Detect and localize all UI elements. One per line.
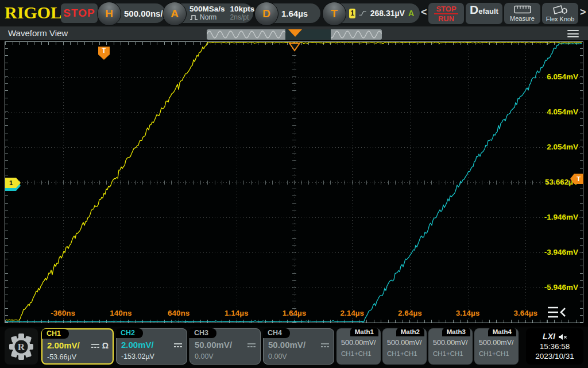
- delay-group[interactable]: D 1.64µs: [255, 3, 320, 23]
- ruler-icon: [514, 5, 531, 14]
- t-axis-label: 1.14µs: [211, 309, 262, 317]
- math4-scale: 500.00mV/: [479, 339, 513, 347]
- dc-coupling-icon: [247, 342, 256, 348]
- v-axis-label: -3.946mV: [544, 248, 578, 257]
- channel-box-ch2[interactable]: CH2 2.00mV/ -153.02µV: [116, 328, 187, 365]
- horizontal-scale-value: 500.00ns/: [124, 9, 163, 18]
- waveform-view-header: Waveform View: [0, 26, 588, 40]
- lxi-logo: LXI: [543, 332, 555, 342]
- horizontal-knob-button[interactable]: H: [97, 2, 121, 26]
- system-info-box[interactable]: LXI 15:36:58 2023/10/31: [526, 328, 583, 365]
- measure-button[interactable]: Measure: [504, 3, 540, 24]
- math1-tab[interactable]: Math1: [350, 328, 378, 336]
- v-axis-label: 6.054mV: [547, 72, 578, 82]
- quick-toolbar: STOP RUN Default Measure Flex Knob: [428, 3, 578, 24]
- acquisition-group[interactable]: A 500MSa/s Norm 10kpts 2ns/pt: [163, 3, 253, 23]
- t-axis-label: 640ns: [153, 309, 204, 317]
- dc-coupling-icon: [320, 342, 330, 348]
- math1-expression: CH1+CH1: [341, 350, 372, 357]
- t-axis-label: 1.64µs: [269, 309, 320, 317]
- math3-scale: 500.00mV/: [433, 339, 467, 347]
- delay-knob-button[interactable]: D: [254, 2, 278, 26]
- stop-run-button[interactable]: STOP RUN: [428, 3, 464, 24]
- ch4-scale: 50.00mV/: [268, 340, 305, 350]
- t-axis-label: -360ns: [37, 309, 89, 317]
- flex-knob-button[interactable]: Flex Knob: [542, 3, 578, 24]
- math-box-math1[interactable]: Math1 500.00mV/ CH1+CH1: [336, 328, 381, 365]
- v-axis-label: -1.946mV: [544, 213, 578, 222]
- sample-rate: 500MSa/s: [189, 5, 225, 13]
- ch3-tab[interactable]: CH3: [189, 328, 216, 338]
- ch2-offset: -153.02µV: [121, 352, 154, 361]
- ch1-tab[interactable]: CH1: [42, 329, 69, 339]
- ch1-scale: 2.00mV/: [47, 340, 80, 350]
- gear-logo-icon: R: [8, 332, 34, 361]
- waveform-navigation-strip[interactable]: [207, 29, 382, 40]
- rigol-logo: RIGOL: [5, 3, 62, 22]
- trigger-position-marker[interactable]: [288, 43, 301, 52]
- system-settings-button[interactable]: R: [5, 328, 38, 365]
- rising-edge-icon: [359, 9, 366, 18]
- top-status-bar: RIGOL STOP H 500.00ns/ A 500MSa/s Norm 1…: [0, 0, 588, 26]
- math2-tab[interactable]: Math2: [396, 328, 424, 336]
- delay-value: 1.64µs: [281, 9, 308, 18]
- trigger-sweep-mode: A: [408, 9, 414, 18]
- ch3-offset: 0.00V: [195, 352, 214, 361]
- math3-tab[interactable]: Math3: [442, 328, 470, 336]
- ch3-scale: 50.00mV/: [195, 340, 232, 350]
- collapse-menu-icon[interactable]: [546, 304, 568, 320]
- math2-expression: CH1+CH1: [387, 350, 417, 357]
- trigger-source-badge: 1: [349, 9, 355, 18]
- channel-status-bar: R CH1 2.00mV/ Ω -53.66µV CH2 2.00mV/ -15…: [0, 327, 588, 368]
- default-button[interactable]: Default: [466, 3, 502, 24]
- v-axis-label: -5.946mV: [544, 283, 578, 292]
- math1-scale: 500.00mV/: [341, 339, 376, 347]
- math4-tab[interactable]: Math4: [488, 328, 516, 336]
- ch4-offset: 0.00V: [268, 352, 287, 361]
- ch2-tab[interactable]: CH2: [116, 328, 143, 338]
- trigger-level-value: 268.31µV: [370, 9, 405, 18]
- acquire-mode: Norm: [200, 13, 216, 22]
- math4-expression: CH1+CH1: [479, 350, 509, 357]
- horizontal-scale-group[interactable]: H 500.00ns/: [98, 3, 165, 23]
- dc-coupling-icon: [91, 343, 100, 348]
- math-box-math4[interactable]: Math4 500.00mV/ CH1+CH1: [474, 328, 519, 365]
- v-axis-label: 2.054mV: [547, 143, 578, 152]
- speaker-muted-icon: [558, 334, 567, 340]
- t-axis-label: 2.64µs: [384, 309, 436, 317]
- trigger-knob-button[interactable]: T: [322, 2, 346, 26]
- waveform-view-title: Waveform View: [8, 28, 68, 38]
- t-axis-label: 3.14µs: [442, 309, 494, 317]
- system-date: 2023/10/31: [535, 351, 574, 361]
- sample-resolution: 2ns/pt: [230, 13, 255, 22]
- acquire-knob-button[interactable]: A: [163, 2, 187, 26]
- t-axis-label: 140ns: [95, 309, 146, 317]
- waveform-display[interactable]: 6.054mV 4.054mV 2.054mV 53.662µV -1.946m…: [5, 41, 583, 323]
- memory-depth: 10kpts: [230, 5, 255, 13]
- channel-box-ch1[interactable]: CH1 2.00mV/ Ω -53.66µV: [41, 328, 114, 365]
- math-box-math2[interactable]: Math2 500.00mV/ CH1+CH1: [382, 328, 427, 365]
- svg-text:R: R: [18, 342, 25, 352]
- toolbar-prev-chevron[interactable]: <: [421, 6, 427, 18]
- channel-box-ch3[interactable]: CH3 50.00mV/ 0.00V: [189, 328, 261, 365]
- run-state-badge: STOP: [61, 3, 98, 23]
- math2-scale: 500.00mV/: [387, 339, 421, 347]
- menu-icon[interactable]: [567, 30, 579, 37]
- trigger-group[interactable]: T 1 268.31µV A: [323, 3, 420, 23]
- math3-expression: CH1+CH1: [433, 350, 463, 357]
- v-axis-label: 4.054mV: [547, 108, 578, 117]
- dc-coupling-icon: [173, 342, 183, 348]
- knob-icon: [552, 5, 568, 14]
- t-axis-label: 3.64µs: [500, 309, 551, 317]
- pulse-icon: [189, 14, 198, 21]
- ch4-tab[interactable]: CH4: [263, 328, 290, 338]
- toolbar-next-chevron[interactable]: >: [580, 6, 586, 18]
- math-box-math3[interactable]: Math3 500.00mV/ CH1+CH1: [428, 328, 473, 365]
- trace-svg: [5, 42, 583, 323]
- system-time: 15:36:58: [540, 342, 570, 351]
- ch2-scale: 2.00mV/: [121, 340, 154, 350]
- channel-box-ch4[interactable]: CH4 50.00mV/ 0.00V: [263, 328, 334, 365]
- t-axis-label: 2.14µs: [326, 309, 378, 317]
- impedance-label: Ω: [102, 341, 109, 350]
- ch1-offset: -53.66µV: [47, 353, 76, 361]
